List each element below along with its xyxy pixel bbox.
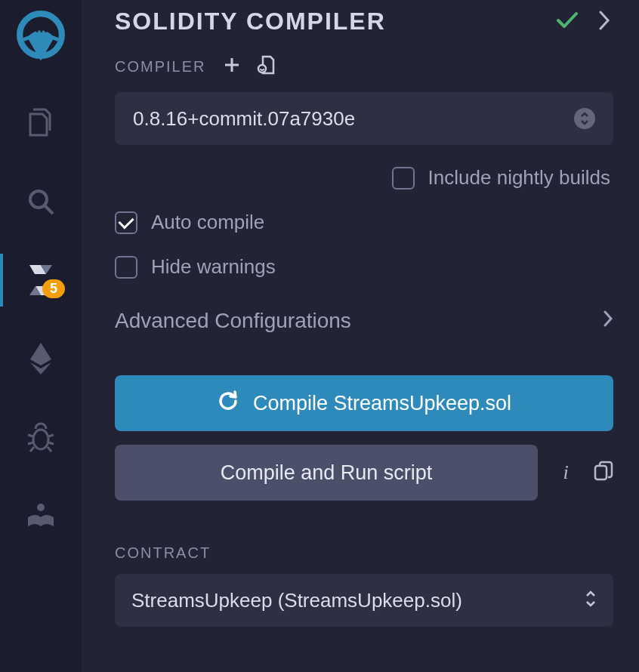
plus-icon[interactable] bbox=[224, 57, 240, 77]
ethereum-icon bbox=[26, 341, 56, 376]
nav-solidity-compiler[interactable]: 5 bbox=[0, 258, 82, 302]
svg-point-8 bbox=[33, 430, 48, 449]
compiler-label-text: COMPILER bbox=[115, 58, 205, 76]
panel-title: SOLIDITY COMPILER bbox=[115, 8, 386, 35]
svg-line-7 bbox=[45, 206, 53, 214]
svg-line-13 bbox=[30, 447, 34, 452]
svg-rect-19 bbox=[595, 466, 607, 479]
svg-line-10 bbox=[28, 442, 33, 444]
contract-section-label: CONTRACT bbox=[115, 544, 613, 562]
compile-run-label: Compile and Run script bbox=[221, 461, 433, 485]
compile-button-label: Compile StreamsUpkeep.sol bbox=[253, 392, 511, 415]
advanced-config-label: Advanced Configurations bbox=[115, 309, 351, 333]
hide-warnings-label: Hide warnings bbox=[151, 255, 276, 279]
refresh-icon bbox=[217, 390, 239, 418]
reader-icon bbox=[25, 501, 57, 531]
remix-logo[interactable] bbox=[7, 5, 75, 72]
nav-deploy[interactable] bbox=[0, 337, 82, 381]
include-nightly-row: Include nightly builds bbox=[115, 166, 613, 190]
files-icon bbox=[26, 106, 56, 140]
advanced-config-toggle[interactable]: Advanced Configurations bbox=[115, 309, 613, 333]
svg-line-9 bbox=[28, 435, 33, 436]
compile-button[interactable]: Compile StreamsUpkeep.sol bbox=[115, 375, 613, 431]
hide-warnings-row: Hide warnings bbox=[115, 255, 613, 279]
panel-header: SOLIDITY COMPILER bbox=[115, 8, 613, 35]
compiler-section-label: COMPILER bbox=[115, 55, 613, 79]
nav-learn[interactable] bbox=[0, 494, 82, 538]
search-icon bbox=[26, 186, 56, 217]
select-caret-icon bbox=[585, 590, 597, 611]
compiler-label-icons bbox=[224, 55, 275, 79]
compile-and-run-button[interactable]: Compile and Run script bbox=[115, 445, 538, 501]
select-updown-icon bbox=[574, 108, 595, 129]
nav-search[interactable] bbox=[0, 180, 82, 223]
svg-line-14 bbox=[48, 447, 51, 452]
svg-point-6 bbox=[30, 191, 47, 208]
auto-compile-label: Auto compile bbox=[151, 211, 264, 234]
nav-file-explorer[interactable] bbox=[0, 101, 82, 145]
chevron-right-icon bbox=[603, 309, 613, 333]
auto-compile-row: Auto compile bbox=[115, 211, 613, 234]
copy-icon[interactable] bbox=[594, 461, 613, 485]
chevron-right-icon[interactable] bbox=[598, 10, 610, 34]
info-icon[interactable]: i bbox=[554, 461, 577, 484]
compile-status-check-icon bbox=[556, 11, 579, 32]
compiler-panel: SOLIDITY COMPILER COMPILER 0.8.16+commit… bbox=[82, 0, 639, 672]
include-nightly-label: Include nightly builds bbox=[428, 166, 610, 190]
header-actions bbox=[556, 10, 610, 34]
auto-compile-checkbox[interactable] bbox=[115, 211, 137, 234]
compiler-version-select[interactable]: 0.8.16+commit.07a7930e bbox=[115, 92, 613, 145]
svg-point-15 bbox=[37, 504, 45, 511]
compiler-version-value: 0.8.16+commit.07a7930e bbox=[133, 107, 355, 131]
solidity-warnings-badge: 5 bbox=[42, 279, 65, 298]
file-link-icon[interactable] bbox=[257, 55, 275, 79]
bug-icon bbox=[25, 421, 57, 453]
run-row: Compile and Run script i bbox=[115, 445, 613, 501]
svg-point-18 bbox=[258, 65, 266, 72]
nav-sidebar: 5 bbox=[0, 0, 82, 672]
hide-warnings-checkbox[interactable] bbox=[115, 256, 137, 279]
contract-select[interactable]: StreamsUpkeep (StreamsUpkeep.sol) bbox=[115, 574, 613, 627]
nav-icons: 5 bbox=[0, 101, 82, 538]
contract-select-value: StreamsUpkeep (StreamsUpkeep.sol) bbox=[131, 589, 462, 612]
svg-line-12 bbox=[48, 442, 54, 444]
svg-line-11 bbox=[48, 435, 54, 436]
nav-debugger[interactable] bbox=[0, 415, 82, 459]
include-nightly-checkbox[interactable] bbox=[392, 167, 415, 190]
